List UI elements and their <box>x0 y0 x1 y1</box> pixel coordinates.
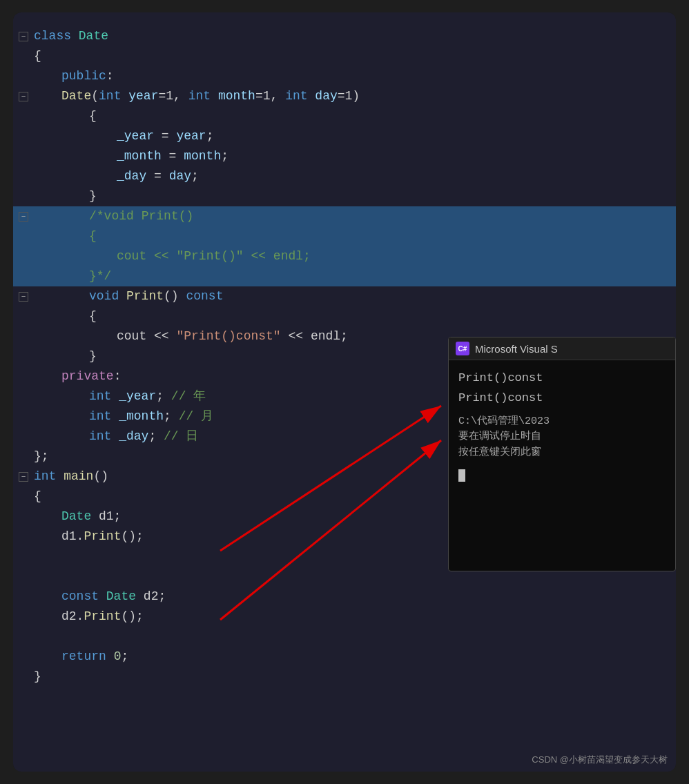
code-token: () <box>179 206 194 226</box>
code-token: _year <box>117 126 154 146</box>
code-token: int <box>34 467 64 487</box>
code-token: cout <box>117 326 146 346</box>
code-token: } <box>89 266 97 286</box>
console-body: Print()const Print()const C:\代码管理\2023要在… <box>449 360 675 494</box>
console-output-2: Print()const <box>458 389 666 409</box>
fold-button[interactable]: − <box>19 292 28 302</box>
code-token: { <box>34 46 41 66</box>
code-token: { <box>34 487 41 507</box>
code-token: ; <box>340 326 348 346</box>
code-token: Date <box>106 587 136 607</box>
code-token: { <box>89 226 97 246</box>
code-token: int <box>188 86 218 106</box>
code-token: int <box>89 386 119 406</box>
code-token: () <box>93 467 108 487</box>
code-token: ; <box>148 427 164 447</box>
code-line: _year = year; <box>13 126 676 146</box>
console-cursor-line <box>458 466 666 486</box>
code-token: Print <box>84 527 121 547</box>
code-area: −class Date{public:−Date(int year=1, int… <box>13 12 676 772</box>
code-token: day <box>315 86 337 106</box>
code-line: public: <box>13 66 676 86</box>
code-token: << <box>281 326 311 346</box>
console-cursor <box>458 469 465 482</box>
fold-button[interactable]: − <box>19 92 28 101</box>
code-token: d2; <box>136 587 166 607</box>
code-token: void <box>89 286 126 306</box>
code-line: { <box>13 106 676 126</box>
code-token: cout << <box>117 246 176 266</box>
fold-button[interactable]: − <box>19 472 28 482</box>
code-token: _day <box>117 166 146 186</box>
console-icon: C# <box>456 342 469 355</box>
code-line: −/*void Print() <box>13 206 676 226</box>
code-token: ; <box>164 406 179 427</box>
code-token: endl <box>311 326 340 346</box>
code-token: _year <box>119 386 156 406</box>
code-token: month <box>184 146 221 166</box>
console-titlebar: C# Microsoft Visual S <box>449 337 675 360</box>
code-token: main <box>64 467 93 487</box>
code-token: } <box>34 667 41 687</box>
code-token: << <box>146 326 176 346</box>
code-token: ; <box>221 146 229 166</box>
code-token: // 日 <box>164 427 198 447</box>
code-token: { <box>89 106 97 126</box>
code-line: −void Print() const <box>13 286 676 306</box>
console-path: C:\代码管理\2023要在调试停止时自按任意键关闭此窗 <box>458 414 666 461</box>
code-token: }; <box>34 447 49 467</box>
code-token: year <box>176 126 206 146</box>
console-window: C# Microsoft Visual S Print()const Print… <box>448 337 676 571</box>
code-token: "Print()" <box>176 246 243 266</box>
code-token: ; <box>191 166 199 186</box>
code-token: . <box>77 607 84 627</box>
code-token: ; <box>206 126 214 146</box>
code-token: : <box>114 366 122 386</box>
fold-button[interactable]: − <box>19 32 28 41</box>
code-token: : <box>106 66 114 86</box>
code-token: Print <box>126 286 164 306</box>
code-token: << endl; <box>244 246 311 266</box>
code-token: int <box>89 406 119 427</box>
code-token: (); <box>121 607 143 627</box>
code-line: { <box>13 46 676 66</box>
fold-button[interactable]: − <box>19 212 28 222</box>
screenshot-container: −class Date{public:−Date(int year=1, int… <box>13 12 676 772</box>
code-token: Print <box>84 607 121 627</box>
code-token: public <box>61 66 106 86</box>
code-token: month <box>218 86 255 106</box>
code-token: () <box>164 286 186 306</box>
console-title: Microsoft Visual S <box>475 343 558 355</box>
code-token: private <box>61 366 114 386</box>
console-output-1: Print()const <box>458 369 666 389</box>
code-line: } <box>13 186 676 206</box>
code-token: ; <box>156 386 171 406</box>
code-token: Print <box>142 206 179 226</box>
code-token: ; <box>121 647 128 667</box>
code-token: ( <box>91 86 99 106</box>
code-token: day <box>169 166 191 186</box>
code-token: = <box>146 166 168 186</box>
code-line: _day = day; <box>13 166 676 186</box>
code-token: year <box>128 86 158 106</box>
code-line: { <box>13 226 676 246</box>
console-icon-label: C# <box>458 345 467 353</box>
code-token: int <box>285 86 315 106</box>
code-line <box>13 627 676 647</box>
code-line: −Date(int year=1, int month=1, int day=1… <box>13 86 676 106</box>
code-token: Date <box>79 26 108 46</box>
code-token: d1 <box>61 527 77 547</box>
code-token: const <box>186 286 223 306</box>
code-line: } <box>13 667 676 687</box>
code-token: _month <box>119 406 164 427</box>
code-token: int <box>89 427 119 447</box>
code-token: . <box>77 527 84 547</box>
code-token: const <box>61 587 106 607</box>
code-token: (); <box>121 527 143 547</box>
code-token: _day <box>119 427 148 447</box>
code-token: // 年 <box>171 386 206 406</box>
code-token: d2 <box>61 607 77 627</box>
code-line: }*/ <box>13 266 676 286</box>
code-token: =1, <box>255 86 285 106</box>
code-token: int <box>99 86 128 106</box>
